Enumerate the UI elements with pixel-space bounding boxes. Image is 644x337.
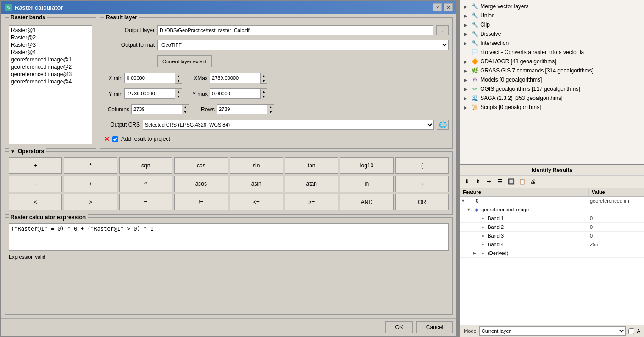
identify-table-header: Feature Value [460,188,644,197]
xmax-up[interactable]: ▲ [261,73,267,78]
op-atan[interactable]: atan [285,176,338,192]
op-plus[interactable]: + [9,157,62,174]
expand-icon-1[interactable]: ▼ [466,207,473,212]
browse-button[interactable]: ... [436,25,449,35]
dialog-app-icon: ✎ [5,4,12,11]
xmin-up[interactable]: ▲ [175,73,182,78]
tree-label-scripts: Scripts [0 geoalgorithms] [480,104,541,110]
crs-globe-button[interactable]: 🌐 [437,120,449,130]
expression-textarea[interactable]: ("Raster@1" = 0) * 0 + ("Raster@1" > 0) … [9,223,449,251]
extent-button[interactable]: Current layer extent [157,55,212,67]
op-lte[interactable]: <= [230,194,283,210]
raster-band-item[interactable]: georeferenced image@3 [10,71,91,78]
raster-band-item[interactable]: georeferenced image@4 [10,78,91,85]
op-less-than[interactable]: < [9,194,62,210]
ymax-up[interactable]: ▲ [261,89,267,94]
ok-button[interactable]: OK [385,321,412,333]
op-asin[interactable]: asin [230,176,283,192]
op-power[interactable]: ^ [119,176,172,192]
tree-item-clip[interactable]: ▶ 🔧 Clip [462,20,642,29]
op-gte[interactable]: >= [285,194,338,210]
cancel-button[interactable]: Cancel [416,321,453,333]
raster-bands-list[interactable]: Raster@1 Raster@2 Raster@3 Raster@4 geor… [9,25,92,144]
op-open-paren[interactable]: ( [395,157,449,174]
raster-band-item[interactable]: Raster@2 [10,34,91,41]
ymax-down[interactable]: ▼ [261,94,267,99]
rows-label: Rows [194,106,215,113]
op-ln[interactable]: ln [340,176,393,192]
op-equals[interactable]: = [119,194,172,210]
add-result-checkbox[interactable] [112,136,118,142]
identify-toolbar-btn-3[interactable]: ➡ [484,177,494,187]
expression-panel: Raster calculator expression ("Raster@1"… [5,217,453,315]
op-minus[interactable]: - [9,176,62,192]
identify-results-panel: Identify Results ⬇ ⬆ ➡ ☰ 🔲 📋 🖨 Feature V… [460,165,644,337]
op-acos[interactable]: acos [174,176,228,192]
dissolve-icon: 🔧 [471,30,478,38]
identify-toolbar-btn-2[interactable]: ⬆ [473,177,483,187]
tree-item-qgis[interactable]: ▶ ✏ QGIS geoalgorithms [117 geoalgorithm… [462,84,642,94]
tree-item-intersection[interactable]: ▶ 🔧 Intersection [462,39,642,48]
op-greater-than[interactable]: > [64,194,117,210]
columns-down[interactable]: ▼ [182,110,189,115]
raster-band-item[interactable]: Raster@1 [10,27,91,34]
tree-item-union[interactable]: ▶ 🔧 Union [462,11,642,20]
xmax-input[interactable] [210,73,260,83]
output-layer-input[interactable] [157,25,433,35]
id-row-6[interactable]: ▶ ■ (Derived) [460,249,644,258]
expand-icon-6[interactable]: ▶ [473,251,479,255]
ymin-input[interactable] [124,88,175,99]
tree-item-r-to-vect[interactable]: 📄 r.to.vect - Converts a raster into a v… [462,48,642,57]
crs-select[interactable]: Selected CRS (EPSG:4326, WGS 84) [143,120,434,130]
rows-up[interactable]: ▲ [267,105,274,110]
expand-icon-0[interactable]: ▼ [461,199,467,203]
ymax-input[interactable] [210,88,260,99]
op-divide[interactable]: / [64,176,117,192]
identify-toolbar-btn-5[interactable]: 🔲 [506,177,516,187]
op-or[interactable]: OR [395,194,449,210]
help-button[interactable]: ? [433,3,442,11]
tree-item-dissolve[interactable]: ▶ 🔧 Dissolve [462,29,642,39]
identify-toolbar-btn-4[interactable]: ☰ [495,177,505,187]
id-row-0[interactable]: ▼ 0 georeferenced im [460,197,644,205]
identify-toolbar-btn-1[interactable]: ⬇ [462,177,472,187]
identify-toolbar-btn-7[interactable]: 🖨 [528,177,538,187]
output-format-select[interactable]: GeoTIFF [157,40,449,50]
tree-item-saga[interactable]: ▶ 🌊 SAGA (2.3.2) [353 geoalgorithms] [462,94,642,103]
op-log10[interactable]: log10 [340,157,393,174]
xmin-input[interactable] [124,73,175,83]
op-not-equals[interactable]: != [174,194,228,210]
op-close-paren[interactable]: ) [395,176,449,192]
op-sin[interactable]: sin [230,157,283,174]
tree-item-grass[interactable]: ▶ 🌿 GRASS GIS 7 commands [314 geoalgorit… [462,66,642,75]
columns-input[interactable] [131,104,182,114]
op-and[interactable]: AND [340,194,393,210]
ymin-down[interactable]: ▼ [175,94,182,99]
add-result-row: ✕ Add result to project [104,135,449,143]
identify-toolbar-btn-6[interactable]: 📋 [517,177,527,187]
op-cos[interactable]: cos [174,157,228,174]
raster-band-item[interactable]: georeferenced image@2 [10,63,91,71]
xmax-down[interactable]: ▼ [261,78,267,83]
ymin-up[interactable]: ▲ [175,89,182,94]
close-button[interactable]: ✕ [444,3,453,11]
raster-band-item[interactable]: Raster@4 [10,49,91,56]
tree-item-scripts[interactable]: ▶ 📜 Scripts [0 geoalgorithms] [462,103,642,112]
rows-input[interactable] [217,104,267,114]
id-row-1[interactable]: ▼ ◆ georeferenced image [460,205,644,214]
xmin-down[interactable]: ▼ [175,78,182,83]
operators-collapse-icon[interactable]: ▼ [11,149,15,154]
tree-item-merge-vector-layers[interactable]: ▶ 🔧 Merge vector layers [462,2,642,11]
raster-band-item[interactable]: georeferenced image@1 [10,56,91,63]
rows-down[interactable]: ▼ [267,110,274,115]
op-multiply[interactable]: * [64,157,117,174]
id-row-3: ■ Band 2 0 [460,223,644,232]
columns-up[interactable]: ▲ [182,105,189,110]
tree-item-models[interactable]: ▶ ⚙ Models [0 geoalgorithms] [462,75,642,84]
tree-item-gdal[interactable]: ▶ 🔶 GDAL/OGR [48 geoalgorithms] [462,57,642,66]
raster-band-item[interactable]: Raster@3 [10,41,91,49]
mode-select[interactable]: Current layerTop downAll layers [479,326,626,336]
op-sqrt[interactable]: sqrt [119,157,172,174]
op-tan[interactable]: tan [285,157,338,174]
mode-checkbox[interactable] [628,328,634,334]
